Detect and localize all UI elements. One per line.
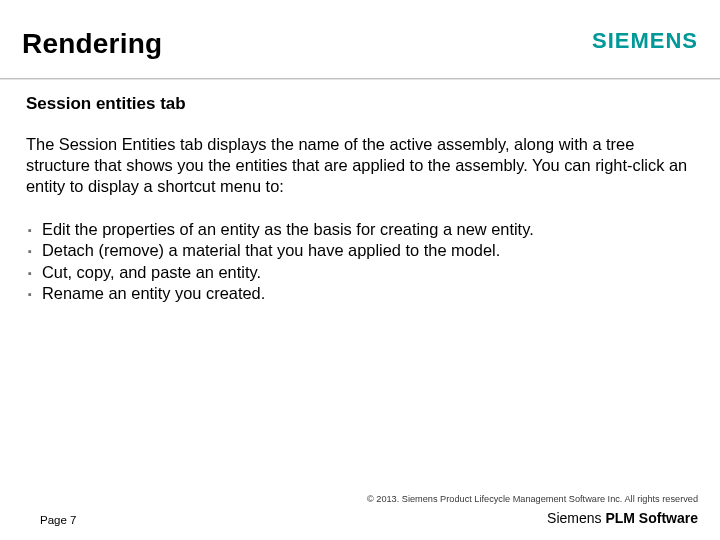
body: Session entities tab The Session Entitie… <box>0 80 720 540</box>
section-subhead: Session entities tab <box>26 94 694 114</box>
intro-paragraph: The Session Entities tab displays the na… <box>26 134 694 197</box>
copyright-text: © 2013. Siemens Product Lifecycle Manage… <box>40 494 698 504</box>
footer: © 2013. Siemens Product Lifecycle Manage… <box>0 494 720 526</box>
header: Rendering SIEMENS <box>0 18 720 78</box>
list-item: Edit the properties of an entity as the … <box>28 219 694 240</box>
slide: Rendering SIEMENS Session entities tab T… <box>0 0 720 540</box>
page-number: Page 7 <box>40 514 76 526</box>
footer-row: Page 7 Siemens PLM Software <box>40 510 698 526</box>
list-item: Detach (remove) a material that you have… <box>28 240 694 261</box>
brand-logo: SIEMENS <box>592 28 698 54</box>
product-bold: PLM Software <box>605 510 698 526</box>
top-spacer <box>0 0 720 18</box>
product-prefix: Siemens <box>547 510 605 526</box>
list-item: Rename an entity you created. <box>28 283 694 304</box>
page-title: Rendering <box>22 28 162 60</box>
bullet-list: Edit the properties of an entity as the … <box>26 219 694 304</box>
product-name: Siemens PLM Software <box>547 510 698 526</box>
list-item: Cut, copy, and paste an entity. <box>28 262 694 283</box>
